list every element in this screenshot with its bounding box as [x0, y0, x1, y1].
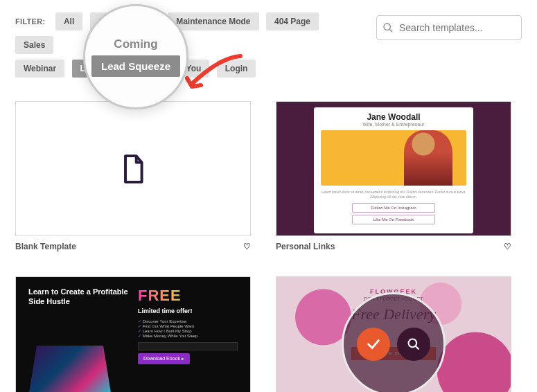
zoom-bubble-coming-text: Coming: [114, 37, 157, 51]
template-card-blank[interactable]: Blank Template ♡: [15, 101, 251, 251]
filter-webinar[interactable]: Webinar: [15, 60, 64, 78]
search-icon: [382, 22, 394, 33]
blank-page-icon: [120, 154, 146, 184]
template-hover-actions: [342, 292, 446, 393]
template-thumb-blank: [15, 101, 251, 236]
hustle-email-input: [138, 342, 238, 350]
template-card-floral[interactable]: FLOWGEEK DON'T FORGET YOU GET Free Deliv…: [276, 276, 511, 392]
hustle-limited-text: Limited time offer!: [138, 308, 238, 314]
select-template-button[interactable]: [357, 328, 390, 361]
pl-photo: [321, 130, 466, 186]
svg-point-0: [384, 24, 390, 30]
filter-404-page[interactable]: 404 Page: [266, 12, 319, 30]
filter-maintenance-mode[interactable]: Maintenance Mode: [168, 12, 258, 30]
template-card-personal-links[interactable]: Jane Woodall Wife, Mother & Entrepreneur…: [276, 101, 511, 251]
svg-line-1: [389, 29, 392, 32]
search-box[interactable]: [376, 15, 522, 40]
template-title: Personal Links: [276, 242, 335, 251]
preview-template-button[interactable]: [397, 328, 430, 361]
hustle-headline: Learn to Create a Profitable Side Hustle: [28, 287, 128, 307]
svg-line-3: [416, 346, 419, 349]
magnify-icon: [407, 337, 421, 351]
filter-all[interactable]: All: [55, 12, 82, 30]
zoom-bubble-lead-squeeze-tag: Lead Squeeze: [91, 55, 180, 77]
pl-lorem: Lorem ipsum dolor sit amet, consectetur …: [321, 190, 466, 199]
favorite-icon[interactable]: ♡: [504, 242, 511, 251]
template-thumb-hustle: Learn to Create a Profitable Side Hustle…: [15, 276, 251, 392]
pl-facebook-button: Like Me On Facebook: [352, 215, 435, 224]
filter-label: FILTER:: [15, 17, 45, 26]
pl-instagram-button: Follow Me On Instagram: [352, 203, 435, 213]
pl-name: Jane Woodall: [321, 112, 466, 122]
template-thumb-floral: FLOWGEEK DON'T FORGET YOU GET Free Deliv…: [276, 276, 511, 392]
search-input[interactable]: [399, 22, 514, 33]
laptop-graphic: [28, 346, 112, 392]
filter-sales[interactable]: Sales: [15, 36, 53, 54]
hustle-free-text: FREE: [138, 287, 238, 305]
svg-point-2: [409, 339, 417, 347]
zoom-highlight-bubble: Coming Lead Squeeze: [83, 4, 188, 109]
hustle-download-button: Download Ebook ▸: [138, 353, 190, 364]
template-card-hustle[interactable]: Learn to Create a Profitable Side Hustle…: [15, 276, 251, 392]
annotation-arrow-icon: [182, 51, 244, 99]
pl-subtitle: Wife, Mother & Entrepreneur: [321, 122, 466, 127]
template-title: Blank Template: [15, 242, 76, 251]
favorite-icon[interactable]: ♡: [243, 242, 251, 251]
hustle-bullets: Discover Your Expertise Find Out What Pe…: [138, 319, 238, 338]
template-thumb-personal-links: Jane Woodall Wife, Mother & Entrepreneur…: [276, 101, 511, 236]
check-icon: [366, 337, 381, 352]
